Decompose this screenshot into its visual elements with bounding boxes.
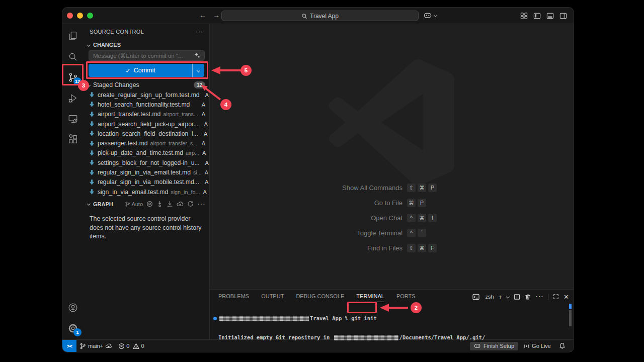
key-letter: I — [428, 214, 437, 222]
more-actions-icon[interactable]: ··· — [196, 28, 203, 35]
file-row[interactable]: settings_block_for_not_logged-in_u... A — [84, 158, 209, 167]
markdown-file-icon — [89, 101, 95, 108]
shell-name[interactable]: zsh — [485, 294, 494, 300]
file-row[interactable]: airport_search_field_pick-up_airpor... A — [84, 119, 209, 129]
title-bar: ← → Travel App — [62, 8, 574, 24]
file-row[interactable]: passenger.test.md airport_transfer_s... … — [84, 138, 209, 148]
accounts-button[interactable] — [62, 297, 84, 318]
markdown-file-icon — [89, 121, 95, 127]
tab-ports[interactable]: PORTS — [396, 293, 416, 299]
annotation-arrow-4 — [198, 82, 224, 103]
file-name: passenger.test.md — [98, 140, 148, 147]
close-panel-icon[interactable]: ✕ — [564, 294, 569, 300]
refresh-icon[interactable] — [187, 201, 194, 207]
close-window-button[interactable] — [67, 13, 73, 19]
target-icon[interactable] — [146, 201, 153, 207]
pull-icon[interactable] — [156, 201, 163, 207]
key-cmd: ⌘ — [418, 244, 426, 252]
file-status: A — [202, 169, 208, 175]
file-row[interactable]: pick-up_date_and_time.test.md airp... A — [84, 148, 209, 158]
staged-changes-header[interactable]: Staged Changes 12 — [84, 80, 209, 90]
file-row[interactable]: hotel_search_functionality.test.md A — [84, 100, 209, 109]
file-path: airp... — [186, 150, 199, 156]
file-name: create_regular_sign_up_form.test.md — [98, 92, 200, 99]
file-row[interactable]: sign_in_via_email.test.md sign_in_fo... … — [84, 187, 209, 197]
run-debug-icon — [67, 93, 78, 104]
graph-more-actions-icon[interactable]: ··· — [197, 200, 205, 209]
divider — [548, 294, 548, 300]
sidebar-item-run-debug[interactable] — [62, 87, 84, 108]
zoom-window-button[interactable] — [87, 13, 93, 19]
file-row[interactable]: regular_sign_in_via_mobile.test.md... A — [84, 177, 209, 187]
sidebar-item-explorer[interactable] — [62, 26, 84, 46]
fetch-icon[interactable] — [167, 201, 173, 207]
remote-indicator[interactable]: >< — [62, 340, 76, 352]
auto-label: Auto — [131, 201, 143, 207]
copilot-menu[interactable] — [424, 12, 437, 19]
tab-problems[interactable]: PROBLEMS — [218, 293, 249, 299]
changes-section-label: CHANGES — [93, 42, 121, 48]
auto-repo-picker[interactable]: Auto — [125, 201, 143, 207]
branch-icon — [79, 343, 86, 349]
sidebar-item-remote-explorer[interactable] — [62, 108, 84, 129]
customize-layout-icon[interactable] — [520, 12, 528, 20]
commit-message-input[interactable] — [89, 50, 205, 61]
annotation-step-4: 4 — [220, 99, 231, 110]
shortcut-label: Open Chat — [210, 214, 403, 222]
graph-section-label: GRAPH — [93, 201, 113, 207]
terminal-more-actions-icon[interactable]: ··· — [535, 292, 543, 301]
command-center-search[interactable]: Travel App — [221, 11, 419, 21]
toggle-primary-sidebar-icon[interactable] — [533, 12, 541, 20]
terminal-icon — [472, 294, 479, 300]
account-icon — [67, 302, 78, 313]
minimize-window-button[interactable] — [77, 13, 83, 19]
copilot-icon — [424, 12, 432, 19]
key-cmd: ⌘ — [418, 184, 426, 192]
bottom-panel: PROBLEMS OUTPUT DEBUG CONSOLE TERMINAL P… — [210, 289, 574, 339]
maximize-panel-icon[interactable] — [553, 294, 559, 300]
extensions-icon — [67, 134, 78, 145]
branch-status-item[interactable]: main+ — [76, 340, 115, 352]
file-path: airport_trans... — [163, 111, 198, 117]
problems-status-item[interactable]: 0 0 — [115, 340, 147, 352]
annotation-box-git-init — [347, 302, 377, 313]
graph-section-header[interactable]: GRAPH Auto ··· — [84, 199, 209, 209]
markdown-file-icon — [89, 189, 95, 195]
split-terminal-icon[interactable] — [514, 294, 520, 300]
file-row[interactable]: airport_transfer.test.md airport_trans..… — [84, 110, 209, 119]
markdown-file-icon — [89, 179, 95, 186]
cloud-push-icon[interactable] — [177, 201, 184, 207]
file-row[interactable]: location_search_field_destination_l... A — [84, 129, 209, 138]
toggle-secondary-sidebar-icon[interactable] — [559, 12, 567, 20]
nav-back-icon[interactable]: ← — [199, 11, 206, 19]
new-terminal-icon[interactable]: + — [499, 294, 503, 300]
shortcut-label: Show All Commands — [210, 184, 403, 192]
tab-debug-console[interactable]: DEBUG CONSOLE — [296, 293, 344, 299]
file-row[interactable]: create_regular_sign_up_form.test.md A — [84, 90, 209, 100]
toggle-panel-icon[interactable] — [546, 12, 554, 20]
prompt-text: Travel App % — [310, 315, 351, 322]
sidebar-item-extensions[interactable] — [62, 129, 84, 149]
terminal-overview-mark — [569, 304, 572, 309]
terminal-profile-chevron-icon[interactable] — [506, 295, 510, 298]
file-status: A — [201, 121, 208, 127]
annotation-arrow-2 — [378, 302, 410, 313]
git-output-pre: Initialized empty Git repository in — [218, 334, 333, 341]
terminal-scrollbar[interactable] — [569, 310, 572, 326]
annotation-step-5: 5 — [240, 65, 252, 76]
file-name: sign_in_via_email.test.md — [98, 189, 168, 196]
staged-file-list: create_regular_sign_up_form.test.md A ho… — [84, 90, 209, 197]
git-output-post: /Documents/Travel App/.git/ — [399, 334, 486, 341]
key-shift: ⇧ — [407, 244, 416, 252]
sparkle-icon[interactable] — [194, 52, 201, 59]
file-row[interactable]: regular_sign_in_via_email.test.md si... … — [84, 167, 209, 177]
tab-output[interactable]: OUTPUT — [261, 293, 284, 299]
terminal-command: git init — [351, 315, 377, 322]
markdown-file-icon — [89, 150, 95, 156]
tab-terminal[interactable]: TERMINAL — [356, 293, 384, 299]
nav-forward-icon[interactable]: → — [213, 11, 220, 19]
branch-name: main+ — [88, 343, 103, 349]
changes-section-header[interactable]: CHANGES — [84, 39, 209, 50]
manage-button[interactable]: 1 — [62, 318, 84, 338]
kill-terminal-icon[interactable] — [525, 294, 531, 300]
